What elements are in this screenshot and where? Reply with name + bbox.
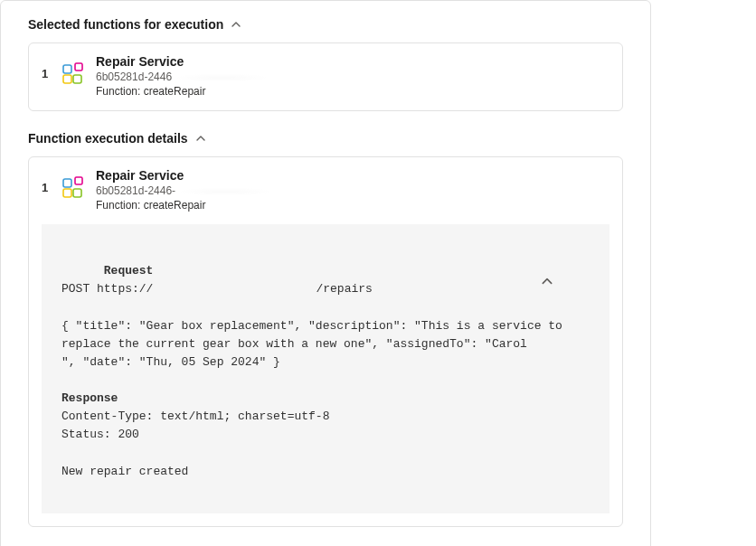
selected-functions-heading: Selected functions for execution [28,17,223,32]
execution-details-heading: Function execution details [28,131,188,146]
svg-rect-1 [63,75,71,83]
redacted-text [153,285,316,294]
item-index: 1 [42,181,54,194]
redacted-text [175,187,275,196]
request-body: { "title": "Gear box replacement", "desc… [61,319,578,369]
plugin-icon [60,61,85,87]
execution-detail-card: 1 Repair Service 6b05281d-2446- Function… [28,156,623,527]
response-content-type: Content-Type: text/html; charset=utf-8 [61,410,329,423]
svg-rect-5 [63,189,71,197]
collapse-toggle[interactable] [541,239,597,325]
service-id: 6b05281d-2446- [96,184,610,197]
chevron-up-icon [231,19,241,30]
svg-rect-6 [73,189,81,197]
redacted-text [172,73,271,82]
svg-rect-4 [63,179,71,187]
svg-rect-3 [75,63,82,71]
function-name: Function: createRepair [96,85,610,98]
request-heading: Request [104,264,154,278]
chevron-up-icon [195,133,206,144]
selected-functions-header[interactable]: Selected functions for execution [28,17,623,32]
svg-rect-2 [73,75,81,83]
plugin-icon [60,175,85,201]
function-name: Function: createRepair [96,199,610,212]
service-title: Repair Service [96,168,610,183]
service-id: 6b05281d-2446 [96,71,610,83]
response-body: New repair created [61,465,188,478]
item-index: 1 [42,67,54,80]
functions-panel: Selected functions for execution 1 Repai… [0,0,651,546]
svg-rect-7 [75,177,82,184]
execution-details-header[interactable]: Function execution details [28,131,623,146]
response-heading: Response [61,391,118,405]
selected-function-card: 1 Repair Service 6b05281d-2446 Function:… [28,42,623,111]
request-response-block: Request POST https:///repairs { "title":… [42,224,610,513]
svg-rect-0 [63,65,71,73]
response-status: Status: 200 [61,428,139,441]
redacted-text [534,339,578,348]
request-method-line: POST https:///repairs [61,282,373,296]
service-title: Repair Service [96,54,610,69]
